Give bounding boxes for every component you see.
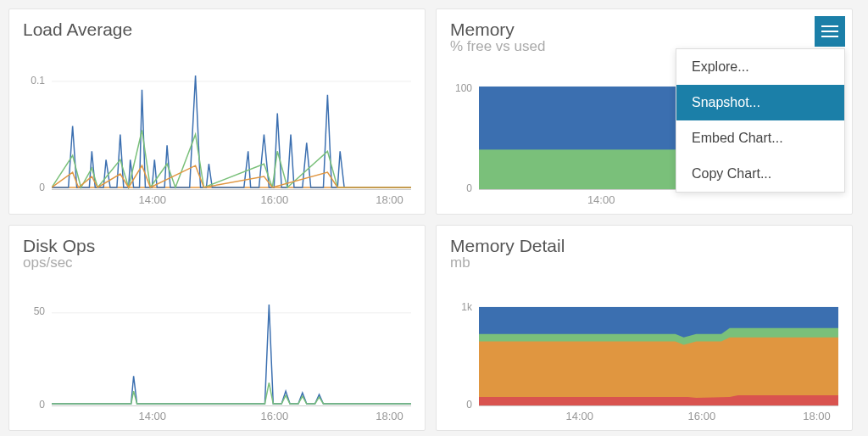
svg-rect-2 <box>821 25 838 27</box>
y-axis: 50 0 <box>23 300 48 406</box>
panel-memory-detail: Memory Detail mb 1k 0 14:00 16:00 18:00 <box>436 225 853 431</box>
panel-title: Memory Detail <box>450 236 838 256</box>
panel-title: Memory <box>450 20 838 40</box>
panel-menu-button[interactable] <box>815 16 845 47</box>
plot-area <box>52 71 411 190</box>
panel-load-average: Load Average 0.1 0 <box>8 8 426 215</box>
x-axis: 14:00 16:00 18:00 <box>52 408 411 423</box>
y-axis: 1k 0 <box>450 300 476 406</box>
menu-item-copy-chart[interactable]: Copy Chart... <box>676 156 844 192</box>
panel-memory: Memory % free vs used Explore... Snapsho… <box>436 8 853 215</box>
chart-disk-ops: 50 0 14:00 16:00 18:00 <box>23 300 411 423</box>
hamburger-icon <box>821 25 838 37</box>
chart-load-average: 0.1 0 14:00 16:00 18:00 <box>23 71 411 207</box>
menu-item-snapshot[interactable]: Snapshot... <box>676 85 844 120</box>
svg-rect-6 <box>479 149 688 189</box>
panel-subtitle: ops/sec <box>23 254 411 271</box>
menu-item-embed-chart[interactable]: Embed Chart... <box>676 120 844 156</box>
x-axis: 14:00 16:00 18:00 <box>479 408 838 423</box>
panel-disk-ops: Disk Ops ops/sec 50 0 14:00 16:00 18:00 <box>8 225 426 431</box>
panel-menu-dropdown: Explore... Snapshot... Embed Chart... Co… <box>676 48 845 193</box>
plot-area <box>479 300 838 406</box>
svg-rect-3 <box>821 31 838 32</box>
x-axis: 14:00 16:00 18:00 <box>52 192 411 207</box>
y-axis: 100 0 <box>450 84 476 190</box>
x-axis: 14:00 <box>479 192 838 207</box>
panel-title: Disk Ops <box>23 236 411 256</box>
y-axis: 0.1 0 <box>23 71 48 190</box>
plot-area <box>52 300 411 406</box>
panel-subtitle: mb <box>450 254 838 271</box>
panel-title: Load Average <box>23 20 411 40</box>
chart-memory-detail: 1k 0 14:00 16:00 18:00 <box>450 300 838 423</box>
svg-rect-4 <box>821 36 838 37</box>
menu-item-explore[interactable]: Explore... <box>676 49 844 85</box>
